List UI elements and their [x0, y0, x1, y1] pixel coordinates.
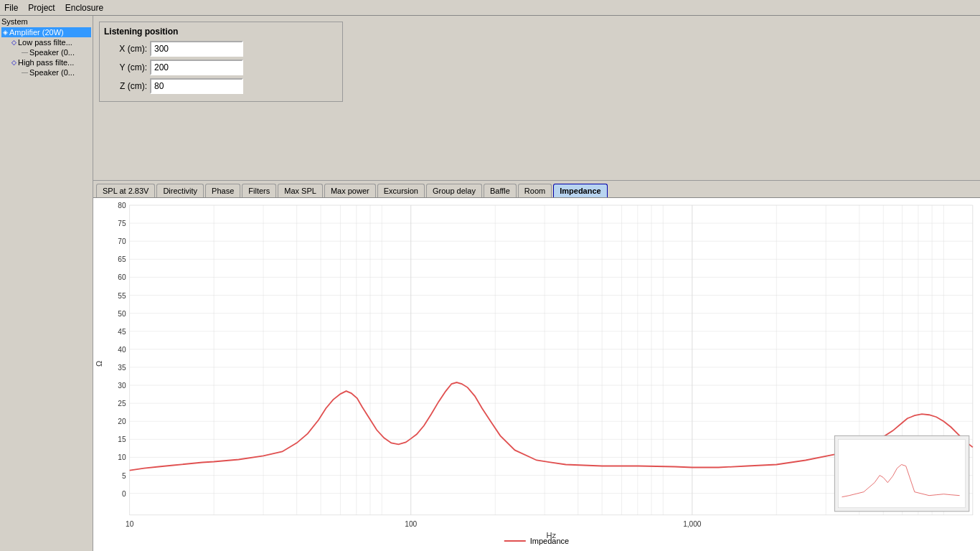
- menu-project[interactable]: Project: [28, 3, 55, 13]
- menu-enclosure[interactable]: Enclosure: [65, 3, 103, 13]
- x-field-row: X (cm):: [104, 41, 338, 57]
- tab-filters[interactable]: Filters: [242, 184, 276, 197]
- svg-text:40: 40: [118, 346, 126, 354]
- speaker1-label: Speaker (0...: [29, 48, 75, 57]
- y-label: Y (cm):: [104, 62, 147, 72]
- svg-text:65: 65: [118, 255, 126, 263]
- svg-text:30: 30: [118, 382, 126, 390]
- svg-text:100: 100: [405, 520, 417, 528]
- sidebar-item-speaker1[interactable]: — Speaker (0...: [1, 47, 91, 57]
- tab-groupdelay[interactable]: Group delay: [426, 184, 482, 197]
- svg-text:55: 55: [118, 292, 126, 300]
- svg-text:1,000: 1,000: [683, 520, 702, 528]
- svg-text:0: 0: [122, 490, 126, 498]
- svg-text:20: 20: [118, 418, 126, 425]
- chart-legend: Impedance: [504, 537, 569, 545]
- z-label: Z (cm):: [104, 81, 147, 91]
- svg-text:25: 25: [118, 400, 126, 408]
- highpass-label: High pass filte...: [18, 58, 74, 67]
- svg-text:35: 35: [118, 364, 126, 372]
- z-field-row: Z (cm):: [104, 78, 338, 94]
- tab-impedance[interactable]: Impedance: [553, 184, 607, 197]
- svg-rect-70: [838, 439, 965, 507]
- tab-directivity[interactable]: Directivity: [156, 184, 204, 197]
- menu-bar: File Project Enclosure: [0, 0, 980, 16]
- top-section: Listening position X (cm): Y (cm): Z (cm…: [93, 16, 980, 181]
- tab-phase[interactable]: Phase: [205, 184, 240, 197]
- svg-text:80: 80: [118, 202, 126, 209]
- svg-text:10: 10: [126, 520, 134, 528]
- svg-text:15: 15: [118, 435, 126, 443]
- svg-text:70: 70: [118, 237, 126, 245]
- svg-text:10: 10: [118, 454, 126, 462]
- sidebar-item-lowpass[interactable]: ◇ Low pass filte...: [1, 37, 91, 47]
- system-label: System: [1, 17, 91, 26]
- lowpass-label: Low pass filte...: [18, 38, 72, 47]
- legend-label: Impedance: [530, 537, 569, 545]
- chart-section: 80 75 70 65 60 55 50 45 40 35 30 25 20 1…: [93, 198, 980, 551]
- svg-text:75: 75: [118, 220, 126, 227]
- tab-maxpower[interactable]: Max power: [324, 184, 376, 197]
- highpass-icon: ◇: [11, 59, 17, 66]
- speaker1-icon: —: [22, 49, 28, 56]
- tab-baffle[interactable]: Baffle: [484, 184, 517, 197]
- svg-text:60: 60: [118, 274, 126, 282]
- z-input[interactable]: [150, 78, 243, 94]
- lowpass-icon: ◇: [11, 39, 17, 46]
- sidebar: System ◈ Amplifier (20W) ◇ Low pass filt…: [0, 16, 93, 551]
- svg-text:5: 5: [122, 472, 126, 480]
- tab-maxspl[interactable]: Max SPL: [278, 184, 323, 197]
- amplifier-label: Amplifier (20W): [9, 28, 64, 37]
- sidebar-item-amplifier[interactable]: ◈ Amplifier (20W): [1, 27, 91, 37]
- speaker2-label: Speaker (0...: [29, 68, 75, 77]
- listening-position-title: Listening position: [104, 27, 338, 37]
- tabs-bar: SPL at 2.83V Directivity Phase Filters M…: [93, 181, 980, 198]
- y-field-row: Y (cm):: [104, 60, 338, 75]
- listening-position-box: Listening position X (cm): Y (cm): Z (cm…: [99, 22, 343, 102]
- sidebar-item-speaker2[interactable]: — Speaker (0...: [1, 67, 91, 77]
- y-input[interactable]: [150, 60, 243, 75]
- menu-file[interactable]: File: [4, 3, 18, 13]
- tab-excursion[interactable]: Excursion: [377, 184, 425, 197]
- svg-text:Ω: Ω: [95, 361, 103, 367]
- svg-text:50: 50: [118, 310, 126, 318]
- speaker2-icon: —: [22, 69, 28, 76]
- amplifier-icon: ◈: [3, 29, 8, 36]
- sidebar-item-highpass[interactable]: ◇ High pass filte...: [1, 57, 91, 67]
- x-input[interactable]: [150, 41, 243, 57]
- svg-text:45: 45: [118, 328, 126, 336]
- right-panel: Listening position X (cm): Y (cm): Z (cm…: [93, 16, 980, 551]
- legend-line: [504, 540, 526, 542]
- impedance-chart: 80 75 70 65 60 55 50 45 40 35 30 25 20 1…: [93, 198, 980, 551]
- tab-spl[interactable]: SPL at 2.83V: [96, 184, 155, 197]
- x-label: X (cm):: [104, 44, 147, 54]
- tab-room[interactable]: Room: [518, 184, 552, 197]
